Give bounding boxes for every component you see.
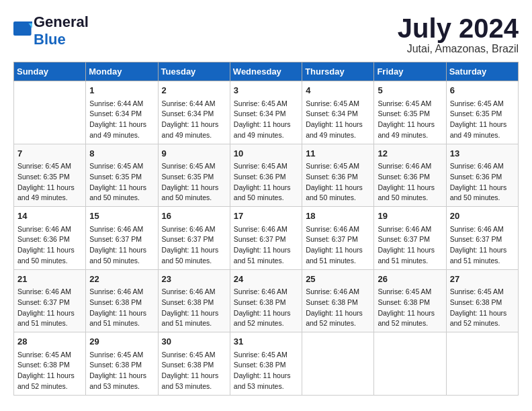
weekday-header-row: SundayMondayTuesdayWednesdayThursdayFrid… <box>14 62 519 81</box>
day-info: Sunrise: 6:45 AMSunset: 6:34 PMDaylight:… <box>234 99 298 141</box>
day-info: Sunrise: 6:46 AMSunset: 6:37 PMDaylight:… <box>17 287 82 329</box>
calendar-cell: 7Sunrise: 6:45 AMSunset: 6:35 PMDaylight… <box>14 144 86 207</box>
day-info: Sunrise: 6:45 AMSunset: 6:38 PMDaylight:… <box>234 350 298 392</box>
week-row-5: 28Sunrise: 6:45 AMSunset: 6:38 PMDayligh… <box>14 332 519 396</box>
location: Jutai, Amazonas, Brazil <box>398 43 519 55</box>
day-number: 7 <box>17 147 82 161</box>
calendar-cell: 8Sunrise: 6:45 AMSunset: 6:35 PMDaylight… <box>86 144 158 207</box>
day-info: Sunrise: 6:45 AMSunset: 6:36 PMDaylight:… <box>306 161 370 203</box>
calendar-cell: 2Sunrise: 6:44 AMSunset: 6:34 PMDaylight… <box>158 81 230 144</box>
calendar-cell: 9Sunrise: 6:45 AMSunset: 6:35 PMDaylight… <box>158 144 230 207</box>
calendar-cell: 27Sunrise: 6:45 AMSunset: 6:38 PMDayligh… <box>446 269 518 332</box>
calendar-cell: 1Sunrise: 6:44 AMSunset: 6:34 PMDaylight… <box>86 81 158 144</box>
day-info: Sunrise: 6:45 AMSunset: 6:38 PMDaylight:… <box>378 287 442 329</box>
calendar-cell: 20Sunrise: 6:46 AMSunset: 6:37 PMDayligh… <box>446 207 518 270</box>
day-number: 4 <box>306 84 370 97</box>
calendar-cell: 28Sunrise: 6:45 AMSunset: 6:38 PMDayligh… <box>14 332 86 396</box>
day-info: Sunrise: 6:45 AMSunset: 6:35 PMDaylight:… <box>89 161 154 203</box>
day-number: 3 <box>234 84 298 97</box>
calendar-cell: 26Sunrise: 6:45 AMSunset: 6:38 PMDayligh… <box>374 269 446 332</box>
calendar-cell: 6Sunrise: 6:45 AMSunset: 6:35 PMDaylight… <box>446 81 518 144</box>
weekday-header-wednesday: Wednesday <box>230 62 302 81</box>
day-number: 14 <box>17 210 82 223</box>
calendar-cell <box>302 332 374 396</box>
calendar-cell: 29Sunrise: 6:45 AMSunset: 6:38 PMDayligh… <box>86 332 158 396</box>
calendar-cell: 19Sunrise: 6:46 AMSunset: 6:37 PMDayligh… <box>374 207 446 270</box>
calendar-cell <box>446 332 518 396</box>
day-info: Sunrise: 6:45 AMSunset: 6:36 PMDaylight:… <box>234 161 298 203</box>
day-number: 26 <box>378 273 442 286</box>
day-info: Sunrise: 6:45 AMSunset: 6:38 PMDaylight:… <box>89 350 154 392</box>
day-number: 24 <box>234 273 298 286</box>
day-info: Sunrise: 6:46 AMSunset: 6:38 PMDaylight:… <box>234 287 298 329</box>
day-info: Sunrise: 6:45 AMSunset: 6:35 PMDaylight:… <box>378 99 442 141</box>
calendar-cell: 3Sunrise: 6:45 AMSunset: 6:34 PMDaylight… <box>230 81 302 144</box>
calendar-cell: 22Sunrise: 6:46 AMSunset: 6:38 PMDayligh… <box>86 269 158 332</box>
week-row-3: 14Sunrise: 6:46 AMSunset: 6:36 PMDayligh… <box>14 207 519 270</box>
calendar-cell: 24Sunrise: 6:46 AMSunset: 6:38 PMDayligh… <box>230 269 302 332</box>
logo-icon <box>13 21 32 40</box>
calendar-cell: 11Sunrise: 6:45 AMSunset: 6:36 PMDayligh… <box>302 144 374 207</box>
calendar-cell <box>374 332 446 396</box>
day-info: Sunrise: 6:45 AMSunset: 6:38 PMDaylight:… <box>162 350 226 392</box>
day-number: 25 <box>306 273 370 286</box>
day-number: 8 <box>89 147 154 161</box>
day-info: Sunrise: 6:46 AMSunset: 6:37 PMDaylight:… <box>306 224 370 267</box>
day-number: 18 <box>306 210 370 223</box>
logo-text: General Blue <box>34 13 89 48</box>
day-number: 16 <box>162 210 226 223</box>
weekday-header-thursday: Thursday <box>302 62 374 81</box>
day-info: Sunrise: 6:46 AMSunset: 6:37 PMDaylight:… <box>162 224 226 267</box>
day-info: Sunrise: 6:46 AMSunset: 6:36 PMDaylight:… <box>17 224 82 267</box>
day-info: Sunrise: 6:45 AMSunset: 6:38 PMDaylight:… <box>17 350 82 392</box>
day-number: 6 <box>450 84 515 97</box>
day-info: Sunrise: 6:44 AMSunset: 6:34 PMDaylight:… <box>89 99 154 141</box>
calendar-cell: 10Sunrise: 6:45 AMSunset: 6:36 PMDayligh… <box>230 144 302 207</box>
calendar-cell: 15Sunrise: 6:46 AMSunset: 6:37 PMDayligh… <box>86 207 158 270</box>
day-number: 5 <box>378 84 442 97</box>
week-row-2: 7Sunrise: 6:45 AMSunset: 6:35 PMDaylight… <box>14 144 519 207</box>
svg-rect-0 <box>13 21 32 36</box>
day-number: 30 <box>162 335 226 349</box>
weekday-header-friday: Friday <box>374 62 446 81</box>
calendar-cell: 18Sunrise: 6:46 AMSunset: 6:37 PMDayligh… <box>302 207 374 270</box>
day-info: Sunrise: 6:46 AMSunset: 6:38 PMDaylight:… <box>89 287 154 329</box>
calendar-cell: 30Sunrise: 6:45 AMSunset: 6:38 PMDayligh… <box>158 332 230 396</box>
week-row-4: 21Sunrise: 6:46 AMSunset: 6:37 PMDayligh… <box>14 269 519 332</box>
weekday-header-monday: Monday <box>86 62 158 81</box>
calendar-cell: 21Sunrise: 6:46 AMSunset: 6:37 PMDayligh… <box>14 269 86 332</box>
day-number: 2 <box>162 84 226 97</box>
calendar-cell: 23Sunrise: 6:46 AMSunset: 6:38 PMDayligh… <box>158 269 230 332</box>
day-number: 1 <box>89 84 154 97</box>
day-info: Sunrise: 6:46 AMSunset: 6:37 PMDaylight:… <box>234 224 298 267</box>
day-number: 11 <box>306 147 370 161</box>
day-number: 12 <box>378 147 442 161</box>
day-number: 10 <box>234 147 298 161</box>
day-info: Sunrise: 6:46 AMSunset: 6:36 PMDaylight:… <box>378 161 442 203</box>
day-number: 19 <box>378 210 442 223</box>
day-info: Sunrise: 6:45 AMSunset: 6:34 PMDaylight:… <box>306 99 370 141</box>
day-info: Sunrise: 6:45 AMSunset: 6:35 PMDaylight:… <box>162 161 226 203</box>
day-info: Sunrise: 6:46 AMSunset: 6:37 PMDaylight:… <box>89 224 154 267</box>
calendar-cell: 13Sunrise: 6:46 AMSunset: 6:36 PMDayligh… <box>446 144 518 207</box>
day-info: Sunrise: 6:44 AMSunset: 6:34 PMDaylight:… <box>162 99 226 141</box>
day-number: 9 <box>162 147 226 161</box>
day-info: Sunrise: 6:46 AMSunset: 6:36 PMDaylight:… <box>450 161 515 203</box>
day-info: Sunrise: 6:46 AMSunset: 6:38 PMDaylight:… <box>162 287 226 329</box>
title-block: July 2024 Jutai, Amazonas, Brazil <box>398 13 519 55</box>
calendar-cell <box>14 81 86 144</box>
day-info: Sunrise: 6:46 AMSunset: 6:38 PMDaylight:… <box>306 287 370 329</box>
calendar-cell: 17Sunrise: 6:46 AMSunset: 6:37 PMDayligh… <box>230 207 302 270</box>
calendar-cell: 31Sunrise: 6:45 AMSunset: 6:38 PMDayligh… <box>230 332 302 396</box>
week-row-1: 1Sunrise: 6:44 AMSunset: 6:34 PMDaylight… <box>14 81 519 144</box>
day-number: 28 <box>17 335 82 349</box>
calendar-table: SundayMondayTuesdayWednesdayThursdayFrid… <box>13 62 519 396</box>
day-number: 29 <box>89 335 154 349</box>
calendar-cell: 14Sunrise: 6:46 AMSunset: 6:36 PMDayligh… <box>14 207 86 270</box>
calendar-cell: 5Sunrise: 6:45 AMSunset: 6:35 PMDaylight… <box>374 81 446 144</box>
calendar-cell: 12Sunrise: 6:46 AMSunset: 6:36 PMDayligh… <box>374 144 446 207</box>
day-number: 21 <box>17 273 82 286</box>
day-number: 13 <box>450 147 515 161</box>
calendar-cell: 16Sunrise: 6:46 AMSunset: 6:37 PMDayligh… <box>158 207 230 270</box>
day-number: 20 <box>450 210 515 223</box>
